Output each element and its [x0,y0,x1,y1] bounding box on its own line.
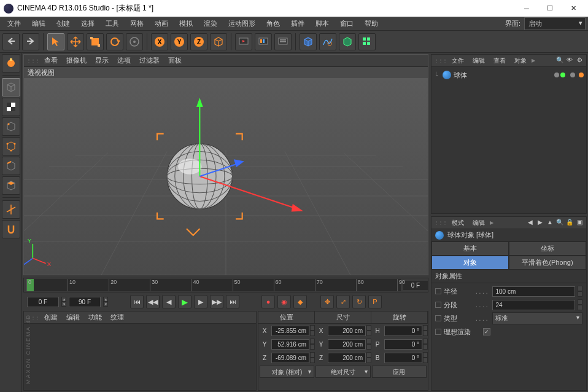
menu-animation[interactable]: 动画 [150,18,173,29]
last-tool[interactable] [126,33,143,50]
end-spinner[interactable]: ▴▾ [103,297,108,307]
spinner[interactable] [310,352,315,363]
attr-tab-phong[interactable]: 平滑着色(Phong) [509,256,586,270]
scale-tool[interactable] [87,33,104,50]
menu-file[interactable]: 文件 [2,18,26,29]
ideal-render-checkbox[interactable]: ✓ [483,328,490,335]
spinner[interactable] [366,352,371,363]
maximize-button[interactable]: ☐ [539,2,561,15]
vis-dot[interactable] [554,73,559,77]
next-frame-button[interactable]: ▶ [194,295,207,308]
type-dropdown[interactable]: 标准 [492,312,582,324]
menu-mesh[interactable]: 网格 [125,18,149,29]
rotate-tool[interactable] [106,33,123,50]
nav-back-icon[interactable]: ◀ [526,219,535,227]
tree-row-sphere[interactable]: └ 球体 [434,69,584,80]
pos-x-field[interactable]: -25.855 cm [271,326,309,336]
next-key-button[interactable]: ▶▶ [210,295,223,308]
grip-icon[interactable]: ⋮⋮⋮ [434,220,447,225]
vp-menu-filter[interactable]: 过滤器 [136,55,163,66]
nav-fwd-icon[interactable]: ▶ [536,219,544,227]
axis-x-button[interactable]: X [151,33,168,50]
render-settings-button[interactable] [274,33,292,50]
prev-frame-button[interactable]: ◀ [162,295,176,308]
spinner[interactable] [578,299,582,310]
play-button[interactable]: ▶ [178,295,191,308]
rot-b-field[interactable]: 0 ° [384,353,422,363]
mat-menu-func[interactable]: 功能 [85,312,106,323]
key-rot-button[interactable]: ↻ [352,295,366,308]
attr-menu-edit[interactable]: 编辑 [469,218,489,229]
menu-plugins[interactable]: 插件 [286,18,309,29]
mat-menu-create[interactable]: 创建 [41,312,61,323]
menu-render[interactable]: 渲染 [199,18,222,29]
ideal-anim-checkbox[interactable] [435,329,441,335]
rot-h-field[interactable]: 0 ° [384,326,422,336]
edge-mode-button[interactable] [2,157,20,175]
start-spinner[interactable]: ▴▾ [61,297,66,307]
attr-menu-mode[interactable]: 模式 [448,218,468,229]
vp-menu-panel[interactable]: 面板 [164,55,185,66]
coord-rel-dropdown[interactable]: 对象 (相对) [260,366,314,378]
spinner[interactable] [310,339,315,350]
search-icon[interactable]: 🔍 [555,219,564,227]
spinner[interactable] [366,325,371,336]
record-button[interactable]: ● [261,295,275,308]
type-anim-checkbox[interactable] [435,315,441,321]
key-pos-button[interactable]: ✥ [320,295,334,308]
texture-mode-button[interactable] [2,98,20,116]
autokey-button[interactable]: ◉ [277,295,291,308]
redo-button[interactable] [22,33,39,50]
obj-menu-file[interactable]: 文件 [448,55,468,66]
menu-edit[interactable]: 编辑 [27,18,50,29]
axis-y-button[interactable]: Y [171,33,188,50]
close-button[interactable]: ✕ [562,2,584,15]
start-frame-field[interactable]: 0 F [27,297,59,307]
make-editable-button[interactable] [2,54,20,73]
render-view-button[interactable] [235,33,252,50]
point-mode-button[interactable] [2,137,20,155]
spinner[interactable] [310,325,315,336]
layout-dropdown[interactable]: 启动 [524,17,586,30]
select-tool[interactable] [47,33,64,50]
go-start-button[interactable]: ⏮ [130,295,144,308]
minimize-button[interactable]: ─ [516,2,538,15]
prev-key-button[interactable]: ◀◀ [146,295,160,308]
attr-tab-basic[interactable]: 基本 [431,241,509,256]
rot-p-field[interactable]: 0 ° [384,339,422,350]
object-tree[interactable]: └ 球体 [431,67,586,213]
render-dot[interactable] [560,73,565,77]
go-end-button[interactable]: ⏭ [226,295,239,308]
keyframe-selection-button[interactable]: ◆ [293,295,307,308]
obj-menu-edit[interactable]: 编辑 [469,55,489,66]
vp-menu-view[interactable]: 查看 [41,55,61,66]
materials-body[interactable] [24,324,256,390]
mat-menu-tex[interactable]: 纹理 [107,312,128,323]
radius-anim-checkbox[interactable] [435,288,441,294]
vp-menu-options[interactable]: 选项 [114,55,134,66]
snap-button[interactable] [2,220,20,238]
coord-system-button[interactable] [210,33,227,50]
attr-tab-coord[interactable]: 坐标 [509,241,586,256]
tree-item-label[interactable]: 球体 [454,71,467,80]
eye-icon[interactable]: 👁 [565,57,574,65]
spinner[interactable] [578,286,582,297]
vp-menu-display[interactable]: 显示 [91,55,112,66]
key-param-button[interactable]: P [368,295,382,308]
spinner[interactable] [366,339,371,350]
size-y-field[interactable]: 200 cm [328,339,366,350]
lock-icon[interactable]: 🔒 [565,219,574,227]
workplane-mode-button[interactable] [2,117,20,136]
menu-character[interactable]: 角色 [261,18,285,29]
menu-mograph[interactable]: 运动图形 [223,18,260,29]
pos-y-field[interactable]: 52.916 cm [271,339,309,350]
new-window-icon[interactable]: ▣ [575,219,584,227]
timeline-ruler[interactable]: 0 10 20 30 40 50 60 70 80 90 0 F [23,278,428,292]
mat-menu-edit[interactable]: 编辑 [63,312,83,323]
seg-anim-checkbox[interactable] [435,302,441,308]
render-active-button[interactable] [255,33,272,50]
phong-tag-icon[interactable] [579,73,584,77]
menu-create[interactable]: 创建 [52,18,75,29]
menu-window[interactable]: 窗口 [335,18,358,29]
model-mode-button[interactable] [2,78,20,96]
